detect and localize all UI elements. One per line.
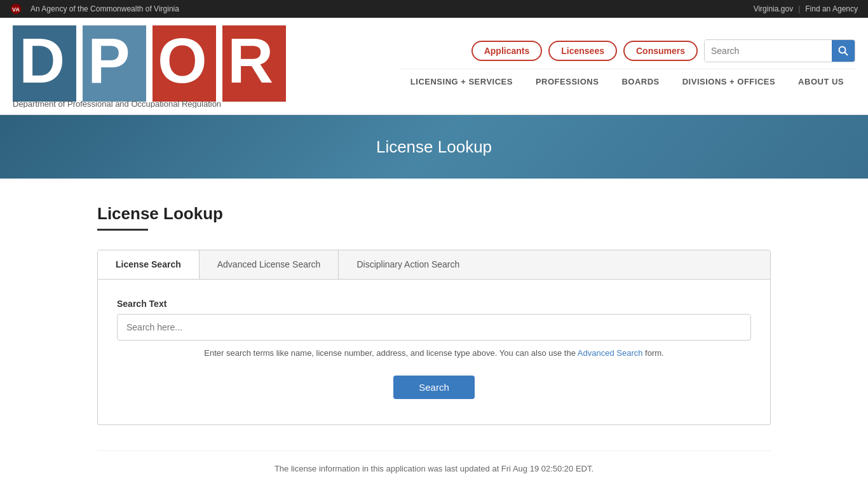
tab-content: Search Text Enter search terms like name…	[97, 280, 771, 425]
search-text-input[interactable]	[117, 314, 751, 341]
tab-disciplinary-action-search[interactable]: Disciplinary Action Search	[339, 250, 477, 279]
title-underline	[97, 229, 148, 231]
svg-text:Department of Professional and: Department of Professional and Occupatio…	[13, 99, 221, 108]
tab-license-search[interactable]: License Search	[98, 250, 200, 280]
page-title: License Lookup	[97, 204, 771, 224]
top-bar-links: Virginia.gov | Find an Agency	[754, 4, 858, 13]
top-bar: VA An Agency of the Commonwealth of Virg…	[0, 0, 868, 18]
advanced-search-link[interactable]: Advanced Search	[578, 348, 643, 358]
search-field-label: Search Text	[117, 299, 751, 309]
top-bar-agency: VA An Agency of the Commonwealth of Virg…	[10, 3, 179, 15]
tab-advanced-license-search[interactable]: Advanced License Search	[200, 250, 339, 279]
svg-line-12	[845, 53, 848, 55]
help-text-after: form.	[645, 348, 664, 358]
header-top: D P O R Department of Professional and O…	[13, 25, 855, 114]
top-bar-divider: |	[798, 4, 800, 13]
tabs: License Search Advanced License Search D…	[97, 250, 771, 280]
last-updated-text: The license information in this applicat…	[275, 464, 593, 473]
dpor-logo: D P O R Department of Professional and O…	[13, 25, 318, 108]
main-content: License Lookup License Search Advanced L…	[85, 179, 783, 488]
nav-divisions-offices[interactable]: DIVISIONS + OFFICES	[671, 69, 787, 94]
search-button[interactable]: Search	[393, 376, 475, 399]
agency-text: An Agency of the Commonwealth of Virgini…	[31, 4, 179, 13]
nav-licensing-services[interactable]: LICENSING + SERVICES	[399, 69, 524, 94]
nav-boards[interactable]: BOARDS	[610, 69, 670, 94]
header-search-button[interactable]	[832, 39, 855, 62]
hero-banner: License Lookup	[0, 115, 868, 179]
svg-text:D: D	[19, 25, 65, 96]
nav-about-us[interactable]: ABOUT US	[787, 69, 855, 94]
hero-title: License Lookup	[376, 137, 492, 157]
search-help-text: Enter search terms like name, license nu…	[117, 347, 751, 360]
footer-note: The license information in this applicat…	[97, 451, 771, 473]
header-right: Applicants Licensees Consumers LICENSING…	[399, 39, 855, 94]
svg-text:O: O	[158, 25, 207, 96]
nav-professions[interactable]: PROFESSIONS	[524, 69, 610, 94]
help-text-before: Enter search terms like name, license nu…	[204, 348, 576, 358]
consumers-button[interactable]: Consumers	[623, 41, 698, 61]
applicants-button[interactable]: Applicants	[471, 41, 543, 61]
header-search[interactable]	[704, 39, 855, 62]
svg-text:P: P	[88, 25, 130, 96]
virginia-gov-link[interactable]: Virginia.gov	[754, 4, 793, 13]
virginia-flag-icon: VA	[10, 3, 22, 15]
licensees-button[interactable]: Licensees	[548, 41, 617, 61]
main-nav: LICENSING + SERVICES PROFESSIONS BOARDS …	[399, 69, 855, 94]
svg-text:VA: VA	[12, 6, 20, 13]
logo-area: D P O R Department of Professional and O…	[13, 25, 318, 108]
header-buttons: Applicants Licensees Consumers	[471, 39, 855, 62]
header: D P O R Department of Professional and O…	[0, 18, 868, 115]
find-agency-link[interactable]: Find an Agency	[805, 4, 858, 13]
svg-text:R: R	[227, 25, 273, 96]
header-search-input[interactable]	[705, 40, 832, 62]
